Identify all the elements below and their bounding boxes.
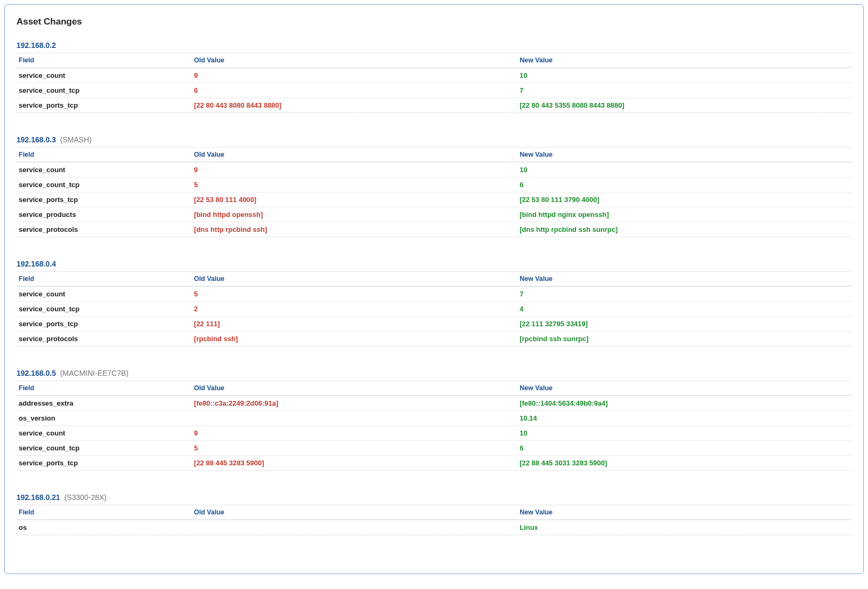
- col-header-old: Old Value: [192, 53, 517, 68]
- col-header-new: New Value: [517, 505, 851, 520]
- asset-block: 192.168.0.2FieldOld ValueNew Valueservic…: [17, 41, 851, 113]
- cell-old-value: 5: [192, 441, 517, 456]
- col-header-field: Field: [17, 381, 192, 396]
- asset-heading: 192.168.0.5 (MACMINI-EE7C7B): [17, 369, 851, 377]
- assets-container: 192.168.0.2FieldOld ValueNew Valueservic…: [17, 41, 851, 535]
- cell-old-value: 2: [192, 302, 517, 317]
- table-row: service_count57: [17, 286, 851, 302]
- cell-old-value: [22 111]: [192, 317, 517, 332]
- cell-old-value: [bind httpd openssh]: [192, 207, 517, 222]
- asset-ip: 192.168.0.3: [17, 135, 56, 144]
- col-header-new: New Value: [517, 381, 851, 396]
- table-row: service_count_tcp24: [17, 302, 851, 317]
- cell-field: service_count_tcp: [17, 441, 192, 456]
- cell-field: service_count_tcp: [17, 83, 192, 98]
- table-row: service_protocols[dns http rpcbind ssh][…: [17, 222, 851, 237]
- col-header-field: Field: [17, 505, 192, 520]
- col-header-old: Old Value: [192, 505, 517, 520]
- cell-old-value: [dns http rpcbind ssh]: [192, 222, 517, 237]
- cell-new-value: 10.14: [517, 411, 851, 426]
- cell-field: os: [17, 520, 192, 535]
- cell-new-value: 6: [517, 441, 851, 456]
- cell-field: service_count: [17, 68, 192, 83]
- table-row: osLinux: [17, 520, 851, 535]
- col-header-field: Field: [17, 53, 192, 68]
- cell-old-value: 9: [192, 68, 517, 83]
- asset-hostname: (S3300-28X): [62, 493, 107, 502]
- cell-new-value: [22 80 443 5355 8080 8443 8880]: [517, 98, 851, 113]
- cell-new-value: 4: [517, 302, 851, 317]
- changes-table: FieldOld ValueNew Valueservice_count910s…: [17, 53, 851, 113]
- table-row: service_ports_tcp[22 88 445 3283 5900][2…: [17, 456, 851, 471]
- cell-new-value: [rpcbind ssh sunrpc]: [517, 332, 851, 346]
- cell-old-value: [192, 520, 517, 535]
- col-header-old: Old Value: [192, 272, 517, 287]
- asset-heading: 192.168.0.4: [17, 260, 851, 268]
- changes-table: FieldOld ValueNew Valueservice_count910s…: [17, 147, 851, 237]
- asset-ip: 192.168.0.5: [17, 369, 56, 377]
- cell-old-value: 6: [192, 83, 517, 98]
- table-row: service_ports_tcp[22 111][22 111 32795 3…: [17, 317, 851, 332]
- table-row: os_version10.14: [17, 411, 851, 426]
- table-row: service_count_tcp67: [17, 83, 851, 98]
- cell-field: service_ports_tcp: [17, 192, 192, 207]
- table-row: service_count_tcp56: [17, 177, 851, 192]
- table-row: service_count910: [17, 426, 851, 441]
- col-header-field: Field: [17, 148, 192, 163]
- changes-table: FieldOld ValueNew ValueosLinux: [17, 505, 851, 535]
- cell-field: os_version: [17, 411, 192, 426]
- cell-field: service_count_tcp: [17, 177, 192, 192]
- table-row: service_count910: [17, 68, 851, 83]
- cell-new-value: [22 53 80 111 3790 4000]: [517, 192, 851, 207]
- cell-old-value: [22 88 445 3283 5900]: [192, 456, 517, 471]
- asset-block: 192.168.0.3 (SMASH)FieldOld ValueNew Val…: [17, 135, 851, 237]
- asset-ip: 192.168.0.2: [17, 41, 56, 50]
- panel-title: Asset Changes: [17, 17, 851, 27]
- cell-new-value: 10: [517, 426, 851, 441]
- cell-old-value: 9: [192, 426, 517, 441]
- cell-new-value: 7: [517, 83, 851, 98]
- asset-heading: 192.168.0.2: [17, 41, 851, 50]
- col-header-new: New Value: [517, 272, 851, 287]
- asset-ip: 192.168.0.4: [17, 260, 56, 268]
- cell-new-value: 7: [517, 286, 851, 302]
- cell-new-value: Linux: [517, 520, 851, 535]
- cell-field: service_count_tcp: [17, 302, 192, 317]
- cell-field: service_ports_tcp: [17, 98, 192, 113]
- table-row: service_ports_tcp[22 53 80 111 4000][22 …: [17, 192, 851, 207]
- col-header-old: Old Value: [192, 381, 517, 396]
- col-header-old: Old Value: [192, 148, 517, 163]
- cell-old-value: [22 53 80 111 4000]: [192, 192, 517, 207]
- col-header-new: New Value: [517, 53, 851, 68]
- table-row: service_protocols[rpcbind ssh][rpcbind s…: [17, 332, 851, 346]
- cell-new-value: [22 88 445 3031 3283 5900]: [517, 456, 851, 471]
- cell-old-value: [22 80 443 8080 8443 8880]: [192, 98, 517, 113]
- cell-field: service_ports_tcp: [17, 317, 192, 332]
- asset-heading: 192.168.0.3 (SMASH): [17, 135, 851, 144]
- cell-new-value: [dns http rpcbind ssh sunrpc]: [517, 222, 851, 237]
- cell-field: service_count: [17, 426, 192, 441]
- table-row: service_count910: [17, 162, 851, 177]
- cell-field: service_products: [17, 207, 192, 222]
- asset-ip: 192.168.0.21: [17, 493, 60, 502]
- cell-new-value: 10: [517, 68, 851, 83]
- cell-new-value: 6: [517, 177, 851, 192]
- cell-field: service_protocols: [17, 332, 192, 346]
- cell-old-value: [fe80::c3a:2249:2d06:91a]: [192, 396, 517, 411]
- table-row: service_ports_tcp[22 80 443 8080 8443 88…: [17, 98, 851, 113]
- cell-field: service_count: [17, 162, 192, 177]
- asset-block: 192.168.0.5 (MACMINI-EE7C7B)FieldOld Val…: [17, 369, 851, 471]
- cell-old-value: [192, 411, 517, 426]
- asset-block: 192.168.0.4FieldOld ValueNew Valueservic…: [17, 260, 851, 346]
- table-row: addresses_extra[fe80::c3a:2249:2d06:91a]…: [17, 396, 851, 411]
- cell-new-value: [bind httpd nginx openssh]: [517, 207, 851, 222]
- cell-field: service_count: [17, 286, 192, 302]
- cell-old-value: 5: [192, 286, 517, 302]
- asset-hostname: (SMASH): [58, 135, 92, 144]
- table-row: service_count_tcp56: [17, 441, 851, 456]
- asset-hostname: (MACMINI-EE7C7B): [58, 369, 128, 377]
- col-header-field: Field: [17, 272, 192, 287]
- cell-field: service_protocols: [17, 222, 192, 237]
- cell-new-value: 10: [517, 162, 851, 177]
- cell-old-value: 9: [192, 162, 517, 177]
